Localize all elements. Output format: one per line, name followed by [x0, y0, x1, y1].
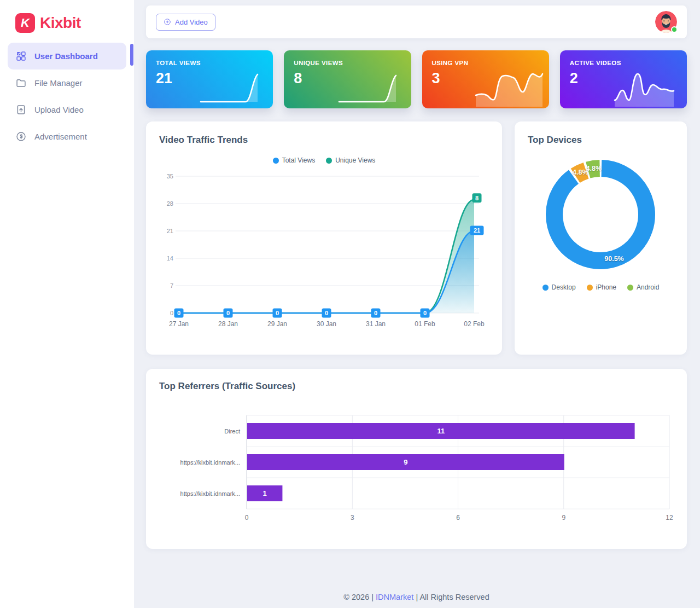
legend-label: Unique Views	[335, 157, 375, 164]
svg-text:3: 3	[351, 514, 354, 522]
svg-text:90.5%: 90.5%	[604, 255, 623, 263]
upload-file-icon	[15, 104, 27, 115]
stat-card-total-views[interactable]: TOTAL VIEWS 21	[146, 50, 273, 108]
dollar-circle-icon	[15, 131, 27, 142]
svg-text:21: 21	[167, 228, 173, 234]
footer-rights: | All Rights Reserved	[413, 593, 489, 601]
donut-slice[interactable]	[555, 169, 647, 261]
sparkline-rise-icon	[336, 67, 407, 107]
legend-item[interactable]: Unique Views	[326, 157, 375, 164]
top-devices-card: Top Devices 90.5%4.8%4.8% DesktopiPhoneA…	[515, 121, 687, 355]
svg-text:7: 7	[170, 282, 173, 289]
donut-chart: 90.5%4.8%4.8%	[528, 154, 673, 276]
svg-text:31 Jan: 31 Jan	[366, 320, 386, 328]
footer-copyright: © 2026 |	[343, 593, 376, 601]
svg-text:01 Feb: 01 Feb	[415, 320, 435, 328]
area-fill	[179, 231, 474, 313]
main-content: Add Video	[134, 0, 700, 608]
user-avatar[interactable]	[655, 11, 677, 33]
sidebar-item-file-manager[interactable]: File Manager	[8, 70, 126, 96]
svg-text:21: 21	[474, 227, 480, 234]
devices-legend: DesktopiPhoneAndroid	[528, 283, 674, 291]
logo[interactable]: K Kixbit	[0, 0, 134, 42]
legend-dot-icon	[326, 158, 332, 164]
stat-card-active-videos[interactable]: ACTIVE VIDEOS 2	[560, 50, 687, 108]
svg-text:14: 14	[167, 255, 173, 262]
app-root: K Kixbit User Dashboard File Manager	[0, 0, 700, 608]
svg-text:0: 0	[177, 310, 180, 316]
svg-text:30 Jan: 30 Jan	[317, 320, 336, 328]
sparkline-rise-icon	[197, 67, 269, 107]
series-line	[179, 200, 474, 313]
online-status-dot	[671, 26, 678, 33]
legend-label: iPhone	[596, 283, 616, 291]
charts-row: Video Traffic Trends Total ViewsUnique V…	[146, 121, 687, 355]
svg-text:28: 28	[167, 200, 173, 207]
svg-text:https://kixbit.idnmark...: https://kixbit.idnmark...	[180, 459, 240, 466]
stat-label: USING VPN	[432, 60, 539, 66]
svg-text:0: 0	[276, 310, 279, 316]
sidebar-item-user-dashboard[interactable]: User Dashboard	[8, 43, 126, 70]
horizontal-bar-chart: 036912Direct11https://kixbit.idnmark...9…	[159, 402, 673, 529]
series-line	[179, 231, 474, 313]
svg-text:29 Jan: 29 Jan	[267, 320, 287, 328]
legend-dot-icon	[273, 158, 279, 164]
svg-text:9: 9	[404, 458, 407, 466]
add-video-button[interactable]: Add Video	[156, 14, 215, 31]
svg-text:27 Jan: 27 Jan	[169, 320, 189, 328]
stat-card-unique-views[interactable]: UNIQUE VIEWS 8	[284, 50, 411, 108]
svg-text:1: 1	[263, 489, 267, 497]
video-traffic-trends-card: Video Traffic Trends Total ViewsUnique V…	[146, 121, 502, 355]
stat-card-using-vpn[interactable]: USING VPN 3	[422, 50, 549, 108]
line-chart: 071421283527 Jan28 Jan29 Jan30 Jan31 Jan…	[159, 165, 489, 336]
svg-text:0: 0	[423, 310, 427, 316]
plus-circle-icon	[164, 18, 171, 26]
sidebar-item-advertisement[interactable]: Advertisement	[8, 123, 126, 150]
svg-text:https://kixbit.idnmark...: https://kixbit.idnmark...	[180, 490, 240, 497]
legend-item[interactable]: Android	[627, 283, 659, 291]
sidebar-item-upload-video[interactable]: Upload Video	[8, 96, 126, 123]
folder-icon	[15, 77, 27, 89]
stat-label: ACTIVE VIDEOS	[570, 60, 677, 66]
trends-title: Video Traffic Trends	[159, 135, 489, 146]
svg-text:35: 35	[167, 173, 173, 179]
svg-text:0: 0	[245, 514, 249, 522]
svg-text:0: 0	[325, 310, 328, 316]
dashboard-grid-icon	[15, 50, 27, 62]
sidebar-item-label: User Dashboard	[34, 51, 98, 61]
stat-cards-row: TOTAL VIEWS 21 UNIQUE VIEWS 8 USING VPN …	[146, 50, 687, 108]
svg-text:11: 11	[437, 427, 445, 435]
sidebar-item-label: Upload Video	[34, 105, 84, 114]
legend-dot-icon	[627, 285, 633, 291]
sidebar-item-label: Advertisement	[34, 132, 87, 141]
stat-label: TOTAL VIEWS	[156, 60, 263, 66]
svg-text:Direct: Direct	[224, 428, 240, 435]
svg-text:9: 9	[562, 514, 565, 522]
svg-text:02 Feb: 02 Feb	[464, 320, 485, 328]
legend-item[interactable]: Desktop	[542, 283, 576, 291]
legend-dot-icon	[542, 285, 549, 291]
devices-title: Top Devices	[528, 135, 674, 146]
footer-idnmarket-link[interactable]: IDNMarket	[376, 593, 413, 601]
sidebar-item-label: File Manager	[34, 78, 83, 88]
logo-text: Kixbit	[40, 14, 81, 32]
sidebar-menu: User Dashboard File Manager Upload Video	[0, 43, 134, 150]
sparkline-peaks-icon	[611, 67, 682, 107]
referrers-title: Top Referrers (Traffic Sources)	[159, 381, 674, 392]
topbar: Add Video	[146, 5, 687, 38]
active-item-indicator	[130, 44, 133, 66]
sparkline-wave-icon	[474, 67, 545, 107]
add-video-label: Add Video	[175, 18, 208, 26]
trends-legend: Total ViewsUnique Views	[159, 157, 489, 164]
legend-label: Desktop	[552, 283, 576, 291]
sidebar: K Kixbit User Dashboard File Manager	[0, 0, 134, 608]
svg-text:8: 8	[475, 195, 479, 201]
legend-dot-icon	[587, 285, 593, 291]
top-referrers-card: Top Referrers (Traffic Sources) 036912Di…	[146, 369, 687, 549]
legend-item[interactable]: Total Views	[273, 157, 315, 164]
footer: © 2026 | IDNMarket | All Rights Reserved	[146, 593, 687, 601]
svg-text:0: 0	[170, 310, 173, 316]
legend-label: Total Views	[282, 157, 315, 164]
legend-item[interactable]: iPhone	[587, 283, 616, 291]
svg-text:0: 0	[374, 310, 377, 316]
